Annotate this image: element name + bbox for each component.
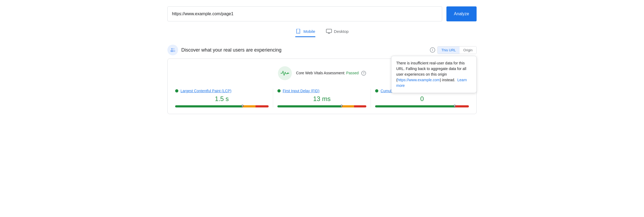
- cwv-help-icon[interactable]: ?: [361, 71, 366, 76]
- svg-rect-2: [326, 29, 332, 33]
- metric-fid-bar: [277, 105, 367, 107]
- info-icon[interactable]: i: [430, 47, 435, 53]
- metric-lcp-label[interactable]: Largest Contentful Paint (LCP): [180, 89, 231, 93]
- svg-point-6: [173, 48, 175, 50]
- metric-cls-marker: [453, 104, 456, 108]
- mobile-icon: [295, 29, 301, 34]
- metric-lcp: Largest Contentful Paint (LCP) 1.5 s: [175, 89, 273, 107]
- toggle-this-url[interactable]: This URL: [438, 46, 460, 54]
- pulse-icon: [281, 70, 289, 76]
- tooltip-text2: ) instead.: [440, 78, 455, 82]
- tab-mobile[interactable]: Mobile: [295, 29, 315, 37]
- tooltip-box: There is insufficient real-user data for…: [391, 56, 477, 93]
- tab-desktop[interactable]: Desktop: [326, 29, 349, 37]
- toggle-btn-group: This URL Origin: [437, 46, 477, 54]
- svg-rect-1: [298, 33, 299, 33]
- metric-lcp-bar: [175, 105, 269, 107]
- url-origin-toggle: i This URL Origin There is insufficient …: [430, 46, 477, 54]
- cwv-status: Passed: [346, 71, 359, 75]
- metric-lcp-label-row: Largest Contentful Paint (LCP): [175, 89, 269, 93]
- metric-cls-dot: [375, 89, 378, 92]
- metric-fid: First Input Delay (FID) 13 ms: [273, 89, 371, 107]
- users-icon: [170, 47, 176, 53]
- svg-point-5: [171, 48, 173, 50]
- section-header: Discover what your real users are experi…: [167, 45, 477, 55]
- metric-lcp-value: 1.5 s: [175, 95, 269, 103]
- tabs-row: Mobile Desktop: [167, 29, 477, 37]
- svg-point-8: [173, 50, 175, 52]
- section-title: Discover what your real users are experi…: [181, 47, 281, 53]
- metric-fid-marker: [340, 104, 343, 108]
- metric-fid-label-row: First Input Delay (FID): [277, 89, 367, 93]
- tab-desktop-label: Desktop: [334, 29, 349, 34]
- cwv-icon: [278, 66, 292, 80]
- analyze-button[interactable]: Analyze: [446, 6, 477, 21]
- svg-point-10: [281, 73, 282, 74]
- tooltip-link[interactable]: https://www.example.com: [398, 78, 440, 82]
- desktop-icon: [326, 29, 332, 34]
- tooltip-container: There is insufficient real-user data for…: [391, 56, 477, 93]
- metric-fid-dot: [277, 89, 281, 92]
- toggle-origin[interactable]: Origin: [460, 46, 476, 54]
- cwv-title-area: Core Web Vitals Assessment: Passed ?: [296, 71, 366, 76]
- cwv-title: Core Web Vitals Assessment:: [296, 71, 345, 75]
- tab-mobile-label: Mobile: [303, 29, 315, 34]
- metric-fid-label[interactable]: First Input Delay (FID): [283, 89, 320, 93]
- url-bar-row: Analyze: [167, 6, 477, 21]
- metric-lcp-dot: [175, 89, 178, 92]
- metric-cls-bar: [375, 105, 469, 107]
- metric-lcp-marker: [241, 104, 244, 108]
- section-avatar: [167, 45, 178, 55]
- section-header-left: Discover what your real users are experi…: [167, 45, 281, 55]
- svg-point-9: [287, 73, 288, 74]
- url-input[interactable]: [167, 6, 442, 21]
- metric-fid-value: 13 ms: [277, 95, 367, 103]
- metric-cls-value: 0: [375, 95, 469, 103]
